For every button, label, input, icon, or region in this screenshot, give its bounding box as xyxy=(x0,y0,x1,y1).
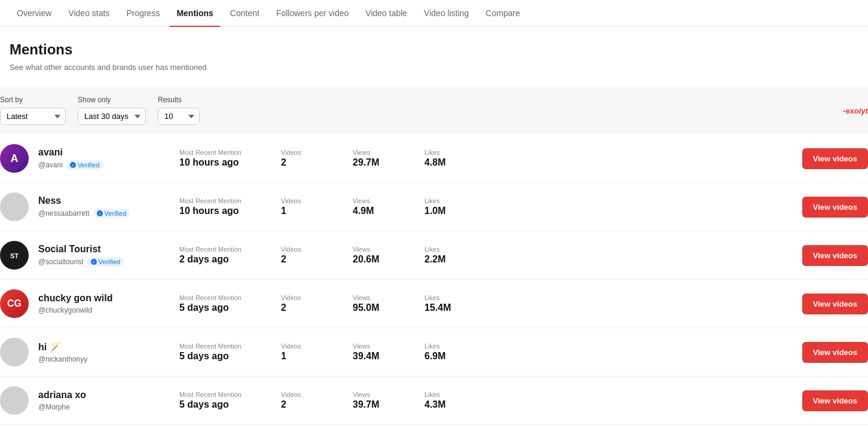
stat-label: Likes xyxy=(424,149,472,156)
stat-value: 1.0M xyxy=(424,206,472,216)
stat-column: Views20.6M xyxy=(353,246,401,265)
mention-row: hi 🪄@nickanthonyyMost Recent Mention5 da… xyxy=(0,328,868,377)
stat-column: Videos2 xyxy=(281,391,329,410)
account-name: chucky gon wild xyxy=(38,293,170,304)
nav-tab-video-table[interactable]: Video table xyxy=(358,0,414,26)
stat-label: Views xyxy=(353,343,401,350)
stat-value: 39.4M xyxy=(353,351,401,362)
stat-label: Most Recent Mention xyxy=(179,197,257,204)
stat-column: Most Recent Mention10 hours ago xyxy=(179,197,257,216)
account-handle: @Morphe xyxy=(38,403,70,411)
stat-label: Likes xyxy=(424,294,472,301)
verified-badge: ✓ Verified xyxy=(66,160,103,170)
stats-section: Most Recent Mention5 days agoVideos2View… xyxy=(179,294,793,313)
stat-label: Views xyxy=(353,294,401,301)
stats-section: Most Recent Mention5 days agoVideos2View… xyxy=(179,391,793,410)
stat-label: Most Recent Mention xyxy=(179,149,257,156)
view-videos-button[interactable]: View videos xyxy=(802,148,868,169)
stats-section: Most Recent Mention5 days agoVideos1View… xyxy=(179,343,793,362)
nav-tab-overview[interactable]: Overview xyxy=(10,0,59,26)
nav-tab-video-stats[interactable]: Video stats xyxy=(61,0,117,26)
view-videos-button[interactable]: View videos xyxy=(802,294,868,314)
stat-label: Most Recent Mention xyxy=(179,294,257,301)
account-info: hi 🪄@nickanthonyy xyxy=(38,341,170,363)
nav-tab-followers-per-video[interactable]: Followers per video xyxy=(269,0,356,26)
stat-column: Most Recent Mention5 days ago xyxy=(179,294,257,313)
stats-section: Most Recent Mention2 days agoVideos2View… xyxy=(179,246,793,265)
stat-value: 5 days ago xyxy=(179,302,257,313)
stat-column: Views39.7M xyxy=(353,391,401,410)
nav-tab-video-listing[interactable]: Video listing xyxy=(417,0,476,26)
view-videos-button[interactable]: View videos xyxy=(802,390,868,411)
view-videos-button[interactable]: View videos xyxy=(802,197,868,218)
stat-column: Videos1 xyxy=(281,197,329,216)
stat-value: 1 xyxy=(281,206,329,216)
nav-tab-compare[interactable]: Compare xyxy=(478,0,527,26)
stat-label: Views xyxy=(353,391,401,398)
nav-tab-content[interactable]: Content xyxy=(223,0,267,26)
stat-label: Likes xyxy=(424,246,472,253)
stats-section: Most Recent Mention10 hours agoVideos2Vi… xyxy=(179,149,793,168)
show-only-select[interactable]: Last 7 daysLast 30 daysLast 90 daysAll t… xyxy=(78,108,146,125)
view-videos-button[interactable]: View videos xyxy=(802,245,868,266)
show-only-label: Show only xyxy=(78,96,146,104)
account-handle: @avani xyxy=(38,161,63,169)
results-label: Results xyxy=(158,96,200,104)
avatar xyxy=(0,192,29,221)
account-info: Ness@nessaabarrett✓ Verified xyxy=(38,195,170,218)
sort-by-select[interactable]: LatestMost videosMost viewsMost likes xyxy=(0,108,66,125)
results-group: Results 5102550 xyxy=(158,96,200,125)
view-videos-button[interactable]: View videos xyxy=(802,342,868,363)
sort-by-label: Sort by xyxy=(0,96,66,104)
stat-column: Most Recent Mention5 days ago xyxy=(179,391,257,410)
stat-value: 10 hours ago xyxy=(179,157,257,168)
stat-value: 2 xyxy=(281,302,329,313)
verified-badge: ✓ Verified xyxy=(87,257,124,267)
stat-column: Views4.9M xyxy=(353,197,401,216)
stat-column: Likes6.9M xyxy=(424,343,472,362)
avatar xyxy=(0,338,29,366)
nav-tab-progress[interactable]: Progress xyxy=(119,0,167,26)
stat-column: Likes4.8M xyxy=(424,149,472,168)
stat-value: 6.9M xyxy=(424,351,472,362)
show-only-group: Show only Last 7 daysLast 30 daysLast 90… xyxy=(78,96,146,125)
account-handle-row: @avani✓ Verified xyxy=(38,160,170,170)
mention-row: Aavani@avani✓ VerifiedMost Recent Mentio… xyxy=(0,134,868,183)
results-select[interactable]: 5102550 xyxy=(158,108,200,125)
stat-column: Likes15.4M xyxy=(424,294,472,313)
mention-row: STSocial Tourist@socialtourist✓ Verified… xyxy=(0,231,868,280)
stat-value: 4.8M xyxy=(424,157,472,168)
stat-value: 15.4M xyxy=(424,302,472,313)
stat-column: Views29.7M xyxy=(353,149,401,168)
account-handle: @socialtourist xyxy=(38,258,84,266)
stat-label: Views xyxy=(353,197,401,204)
account-handle-row: @Morphe xyxy=(38,403,170,411)
stat-column: Videos2 xyxy=(281,246,329,265)
avatar: ST xyxy=(0,241,29,270)
stat-value: 1 xyxy=(281,351,329,362)
stat-value: 2 days ago xyxy=(179,254,257,265)
stat-value: 5 days ago xyxy=(179,399,257,410)
exolyt-branding: -exolyt xyxy=(843,106,868,115)
stat-label: Videos xyxy=(281,246,329,253)
stat-value: 2 xyxy=(281,399,329,410)
account-info: avani@avani✓ Verified xyxy=(38,147,170,170)
account-handle-row: @nessaabarrett✓ Verified xyxy=(38,209,170,218)
stat-label: Most Recent Mention xyxy=(179,246,257,253)
mention-row: CGchucky gon wild@chuckygonwildMost Rece… xyxy=(0,280,868,328)
stat-value: 2 xyxy=(281,254,329,265)
stat-label: Likes xyxy=(424,197,472,204)
account-name: avani xyxy=(38,147,170,158)
account-name: hi 🪄 xyxy=(38,341,170,353)
stat-value: 20.6M xyxy=(353,254,401,265)
sort-by-group: Sort by LatestMost videosMost viewsMost … xyxy=(0,96,66,125)
nav-tab-mentions[interactable]: Mentions xyxy=(169,0,220,26)
account-name: Social Tourist xyxy=(38,244,170,255)
account-info: Social Tourist@socialtourist✓ Verified xyxy=(38,244,170,267)
stat-label: Likes xyxy=(424,343,472,350)
stat-column: Videos2 xyxy=(281,294,329,313)
stat-label: Most Recent Mention xyxy=(179,343,257,350)
avatar xyxy=(0,386,29,415)
account-name: adriana xo xyxy=(38,390,170,401)
stat-value: 4.9M xyxy=(353,206,401,216)
